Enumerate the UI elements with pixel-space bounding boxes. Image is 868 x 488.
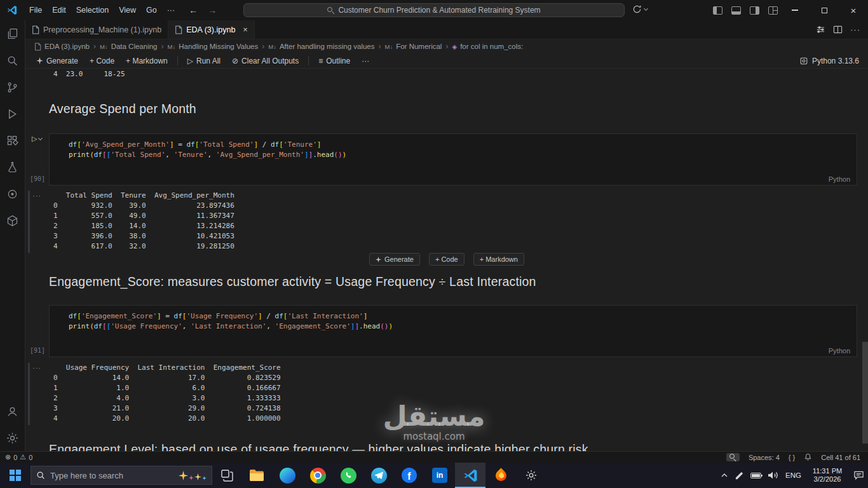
- forward-arrow-icon[interactable]: →: [208, 5, 217, 15]
- breadcrumb-item[interactable]: After handling missing values: [280, 43, 375, 50]
- cell-language-label[interactable]: Python: [829, 175, 850, 183]
- facebook-icon[interactable]: f: [394, 463, 424, 488]
- run-all-button[interactable]: ▷ Run All: [183, 55, 225, 67]
- toolbar-divider: [177, 57, 178, 65]
- extensions-icon[interactable]: [0, 127, 25, 154]
- telegram-icon[interactable]: [363, 463, 394, 488]
- vertical-scrollbar[interactable]: [862, 342, 868, 444]
- back-arrow-icon[interactable]: ←: [189, 5, 198, 15]
- toggle-sidebar-left-icon[interactable]: [713, 6, 722, 15]
- clear-outputs-button[interactable]: ⊘ Clear All Outputs: [227, 55, 303, 67]
- hidden-icons-chevron[interactable]: [721, 473, 728, 478]
- linkedin-icon[interactable]: in: [424, 463, 455, 488]
- cell-position-indicator[interactable]: Cell 41 of 61: [821, 454, 860, 461]
- menu-file[interactable]: File: [24, 3, 47, 17]
- close-window-button[interactable]: ×: [839, 0, 868, 20]
- explorer-icon[interactable]: [0, 20, 25, 47]
- volume-icon[interactable]: [768, 471, 779, 480]
- vscode-taskbar-icon[interactable]: [455, 463, 485, 488]
- output-more-icon[interactable]: ···: [32, 192, 41, 200]
- accounts-icon[interactable]: [0, 398, 25, 424]
- breadcrumb-item[interactable]: For Numerical: [396, 43, 442, 50]
- code-cell[interactable]: df['Avg_Spend_per_Month'] = df['Total Sp…: [49, 133, 857, 186]
- menu-more[interactable]: ···: [162, 3, 180, 17]
- indent-indicator[interactable]: Spaces: 4: [749, 454, 780, 461]
- code-token: ): [342, 151, 347, 159]
- minimize-button[interactable]: [780, 0, 810, 20]
- split-editor-icon[interactable]: [833, 25, 843, 34]
- toggle-panel-icon[interactable]: [731, 6, 741, 15]
- battery-icon[interactable]: [750, 473, 761, 478]
- file-explorer-icon[interactable]: [241, 463, 272, 488]
- command-center-search[interactable]: Customer Churn Prediction & Automated Re…: [243, 3, 625, 17]
- insert-cell-toolbar: Generate + Code + Markdown: [25, 253, 868, 266]
- more-actions-icon[interactable]: ···: [850, 25, 860, 34]
- editor-actions: ···: [816, 20, 868, 39]
- add-markdown-button[interactable]: + Markdown: [121, 55, 172, 67]
- breadcrumb-item[interactable]: Data Cleaning: [111, 43, 158, 50]
- customize-layout-icon[interactable]: [768, 6, 778, 15]
- outline-button[interactable]: ≡ Outline: [314, 55, 355, 67]
- generate-button[interactable]: Generate: [32, 55, 83, 67]
- sync-dropdown-button[interactable]: [632, 4, 648, 14]
- search-highlights-icon[interactable]: [179, 471, 207, 480]
- code-editor[interactable]: df['Avg_Spend_per_Month'] = df['Total Sp…: [50, 134, 857, 160]
- containers-icon[interactable]: [0, 207, 25, 234]
- code-token: ]: [363, 312, 368, 320]
- menu-go[interactable]: Go: [141, 3, 162, 17]
- task-view-button[interactable]: [212, 463, 241, 488]
- pen-icon[interactable]: [735, 471, 744, 480]
- chrome-icon[interactable]: [302, 463, 333, 488]
- cell-language-label[interactable]: Python: [829, 347, 850, 355]
- jupyter-icon[interactable]: [0, 180, 25, 207]
- add-markdown-button[interactable]: + Markdown: [473, 253, 524, 266]
- generate-button[interactable]: Generate: [369, 253, 420, 266]
- menu-edit[interactable]: Edit: [47, 3, 71, 17]
- notifications-bell-icon[interactable]: [804, 453, 812, 461]
- code-cell[interactable]: df['Engagement_Score'] = df['Usage Frequ…: [49, 305, 857, 357]
- tab-preprocessing-machine[interactable]: Preprocessing_Machine (1).ipynb: [25, 20, 168, 39]
- testing-flask-icon[interactable]: [0, 154, 25, 180]
- language-indicator[interactable]: ENG: [785, 471, 801, 479]
- problems-indicator[interactable]: ⊗ 0 ⚠ 0: [5, 453, 32, 461]
- settings-icon[interactable]: [516, 463, 546, 488]
- search-sidebar-icon[interactable]: [0, 47, 25, 74]
- manage-gear-icon[interactable]: [0, 424, 25, 451]
- settings-sliders-icon[interactable]: [816, 25, 825, 34]
- code-editor[interactable]: df['Engagement_Score'] = df['Usage Frequ…: [50, 306, 857, 332]
- code-token: 'Tenure': [283, 140, 317, 149]
- menu-view[interactable]: View: [114, 3, 141, 17]
- history-nav: ← →: [189, 5, 217, 15]
- toolbar-more-button[interactable]: ···: [357, 55, 374, 67]
- markdown-heading[interactable]: Engagement_Score: measures customer acti…: [49, 274, 536, 289]
- add-code-button[interactable]: + Code: [85, 55, 119, 67]
- action-center-icon[interactable]: [853, 470, 864, 480]
- taskbar-search-box[interactable]: Type here to search: [31, 466, 212, 485]
- breadcrumb-item[interactable]: Handling Missing Values: [179, 43, 258, 50]
- output-more-icon[interactable]: ···: [32, 364, 41, 372]
- status-search-chip[interactable]: [726, 453, 740, 461]
- toggle-sidebar-right-icon[interactable]: [750, 6, 759, 15]
- close-tab-icon[interactable]: ×: [243, 25, 248, 34]
- start-button[interactable]: [0, 463, 31, 488]
- breadcrumb-item[interactable]: for col in num_cols:: [460, 43, 523, 50]
- edge-icon[interactable]: [272, 463, 302, 488]
- run-cell-button[interactable]: ▷: [32, 135, 42, 143]
- flame-app-icon[interactable]: [485, 463, 516, 488]
- system-tray: ENG 11:31 PM 3/2/2026: [721, 467, 868, 484]
- menu-selection[interactable]: Selection: [71, 3, 114, 17]
- source-control-icon[interactable]: [0, 74, 25, 100]
- add-code-button[interactable]: + Code: [429, 253, 465, 266]
- run-debug-icon[interactable]: [0, 100, 25, 127]
- markdown-heading[interactable]: Average Spend per Month: [49, 102, 196, 116]
- kernel-picker[interactable]: Python 3.13.6: [799, 57, 868, 65]
- taskbar-clock[interactable]: 11:31 PM 3/2/2026: [808, 467, 847, 484]
- code-token: ,: [208, 151, 216, 159]
- notebook-editor[interactable]: 4 23.0 18-25 Average Spend per Month ▷ d…: [25, 69, 868, 451]
- tab-eda-3[interactable]: EDA (3).ipynb ×: [168, 20, 255, 39]
- breadcrumb-separator: ›: [378, 42, 382, 51]
- braces-indicator[interactable]: { }: [789, 454, 795, 461]
- maximize-button[interactable]: [810, 0, 839, 20]
- breadcrumb-item[interactable]: EDA (3).ipynb: [44, 43, 90, 50]
- whatsapp-icon[interactable]: [333, 463, 363, 488]
